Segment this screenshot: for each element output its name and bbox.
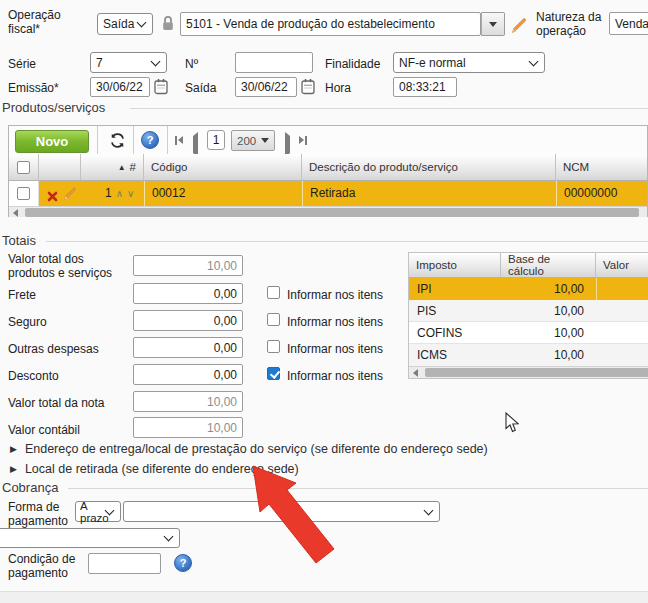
toolbar-separator	[167, 126, 168, 154]
disclosure-local-retirada[interactable]: ▶ Local de retirada (se diferente do end…	[10, 462, 299, 476]
finalidade-label: Finalidade	[325, 57, 380, 71]
valor-total-produtos-label: Valor total dos produtos e serviços	[8, 252, 128, 280]
imposto-row-pis[interactable]: PIS 10,00	[409, 300, 648, 322]
novo-button[interactable]: Novo	[15, 130, 89, 153]
pager-next-button[interactable]	[285, 136, 290, 154]
impostos-hscrollbar[interactable]	[409, 366, 648, 378]
move-row-down-icon[interactable]: ∨	[127, 188, 134, 199]
cfop-combobox-input[interactable]: 5101 - Venda de produção do estabelecime…	[180, 12, 481, 36]
dropdown-arrow-icon	[261, 138, 269, 143]
emissao-label: Emissão*	[8, 81, 59, 95]
header-cell-ncm[interactable]: NCM	[556, 154, 647, 181]
serie-label: Série	[8, 57, 36, 71]
produtos-help-icon[interactable]: ?	[141, 131, 159, 149]
operacao-fiscal-label: Operação fiscal*	[8, 8, 88, 36]
frete-informar-checkbox[interactable]	[267, 286, 280, 299]
header-cell-select-all	[9, 154, 39, 181]
header-cell-descricao[interactable]: Descrição do produto/serviço	[302, 154, 556, 181]
pager-pagesize-select[interactable]: 200	[231, 130, 275, 151]
totais-section-line	[46, 241, 648, 242]
produtos-table: Novo ? 1 200 ▲# Código Descrição do prod…	[8, 125, 648, 217]
edit-pencil-icon[interactable]	[509, 15, 529, 40]
imposto-row-icms[interactable]: ICMS 10,00	[409, 344, 648, 366]
seguro-input[interactable]: 0,00	[133, 310, 243, 331]
valor-total-nota-label: Valor total da nota	[8, 396, 105, 410]
cfop-dropdown-button[interactable]	[481, 12, 505, 36]
emissao-calendar-icon[interactable]	[154, 78, 168, 99]
emissao-date-input[interactable]: 30/06/22	[90, 77, 150, 97]
imposto-row-ipi[interactable]: IPI 10,00	[409, 278, 648, 300]
operacao-tipo-select[interactable]: Saída	[97, 13, 153, 35]
desconto-input[interactable]: 0,00	[133, 364, 243, 385]
pager-page-input[interactable]: 1	[207, 130, 225, 150]
refresh-icon[interactable]	[109, 132, 126, 153]
seguro-label: Seguro	[8, 315, 47, 329]
saida-calendar-icon[interactable]	[301, 78, 315, 99]
forma-pagamento-detalhe-select[interactable]	[123, 501, 440, 522]
edit-row-pencil-icon[interactable]	[62, 185, 78, 206]
header-cell-actions	[39, 154, 81, 181]
header-cell-codigo[interactable]: Código	[144, 154, 302, 181]
impostos-header-imposto[interactable]: Imposto	[409, 253, 501, 278]
desconto-label: Desconto	[8, 369, 59, 383]
outras-despesas-informar-label: Informar nos itens	[287, 342, 383, 356]
forma-pagamento-tipo-select[interactable]: A prazo	[75, 501, 121, 522]
select-all-checkbox[interactable]	[17, 161, 30, 174]
outras-despesas-input[interactable]: 0,00	[133, 337, 243, 358]
row-descricao-cell: Retirada	[310, 186, 355, 200]
valor-contabil-input[interactable]: 10,00	[133, 417, 243, 438]
condicao-pagamento-label: Condição de pagamento	[8, 552, 78, 580]
desconto-informar-checkbox[interactable]	[267, 367, 280, 380]
natureza-operacao-label: Natureza da operação	[536, 10, 608, 38]
seguro-informar-checkbox[interactable]	[267, 313, 280, 326]
disclosure-caret-icon: ▶	[10, 444, 17, 454]
pager-prev-button[interactable]	[193, 136, 198, 154]
pager-last-button[interactable]	[299, 136, 307, 145]
dropdown-arrow-icon	[489, 22, 497, 27]
produtos-hscrollbar[interactable]	[9, 206, 647, 217]
condicao-pagamento-input[interactable]	[88, 553, 161, 574]
condicao-help-icon[interactable]: ?	[174, 554, 192, 572]
frete-input[interactable]: 0,00	[133, 283, 243, 304]
header-cell-num[interactable]: ▲#	[81, 154, 144, 181]
hora-input[interactable]: 08:33:21	[393, 77, 457, 97]
toolbar-separator	[97, 126, 98, 154]
scroll-left-arrow[interactable]	[13, 209, 18, 217]
impostos-table: Imposto Base de cálculo Valor IPI 10,00 …	[408, 252, 648, 379]
lock-icon	[161, 15, 175, 36]
desconto-informar-label: Informar nos itens	[287, 369, 383, 383]
pager-first-button[interactable]	[175, 136, 183, 145]
row-checkbox-cell	[9, 181, 39, 206]
valor-total-produtos-input[interactable]: 10,00	[133, 255, 243, 276]
cobranca-section-line	[68, 488, 648, 489]
move-row-up-icon[interactable]: ∧	[116, 188, 123, 199]
disclosure-endereco-entrega[interactable]: ▶ Endereço de entrega/local de prestação…	[10, 442, 488, 456]
produtos-section-line	[130, 108, 648, 109]
scroll-thumb[interactable]	[25, 208, 639, 217]
delete-row-icon[interactable]	[47, 188, 58, 206]
forma-pagamento-label: Forma de pagamento	[8, 500, 78, 528]
imposto-row-cofins[interactable]: COFINS 10,00	[409, 322, 648, 344]
outras-despesas-informar-checkbox[interactable]	[267, 340, 280, 353]
parcela-select[interactable]	[0, 528, 180, 548]
scroll-thumb[interactable]	[425, 368, 648, 377]
outras-despesas-label: Outras despesas	[8, 342, 99, 356]
totais-section-title: Totais	[2, 233, 36, 248]
cobranca-section-title: Cobrança	[2, 480, 58, 495]
bottom-edge	[0, 591, 648, 603]
table-row[interactable]: 1 ∧ ∨ 00012 Retirada 00000000	[9, 181, 647, 206]
numero-input[interactable]	[235, 52, 313, 73]
finalidade-select[interactable]: NF-e normal	[393, 52, 545, 73]
row-num-cell: 1 ∧ ∨	[105, 186, 134, 200]
scroll-left-arrow[interactable]	[413, 369, 418, 377]
impostos-header-base[interactable]: Base de cálculo	[501, 253, 596, 278]
valor-total-nota-input[interactable]: 10,00	[133, 391, 243, 412]
saida-date-input[interactable]: 30/06/22	[235, 77, 297, 97]
produtos-section-title: Produtos/serviços	[2, 100, 105, 115]
frete-informar-label: Informar nos itens	[287, 288, 383, 302]
disclosure-caret-icon: ▶	[10, 464, 17, 474]
serie-select[interactable]: 7	[90, 52, 167, 73]
impostos-header-valor[interactable]: Valor	[596, 253, 648, 278]
row-checkbox[interactable]	[17, 187, 30, 200]
natureza-operacao-input[interactable]: Venda	[609, 12, 648, 35]
